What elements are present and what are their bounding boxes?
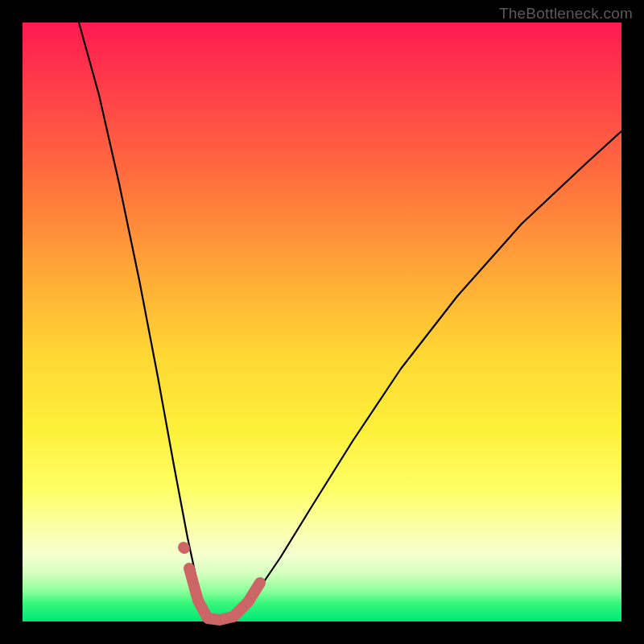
bottleneck-curve bbox=[79, 23, 621, 621]
optimal-zone-dot bbox=[184, 547, 184, 548]
curve-overlay bbox=[23, 23, 621, 621]
watermark-text: TheBottleneck.com bbox=[499, 5, 633, 23]
optimal-zone-curve bbox=[189, 568, 260, 620]
